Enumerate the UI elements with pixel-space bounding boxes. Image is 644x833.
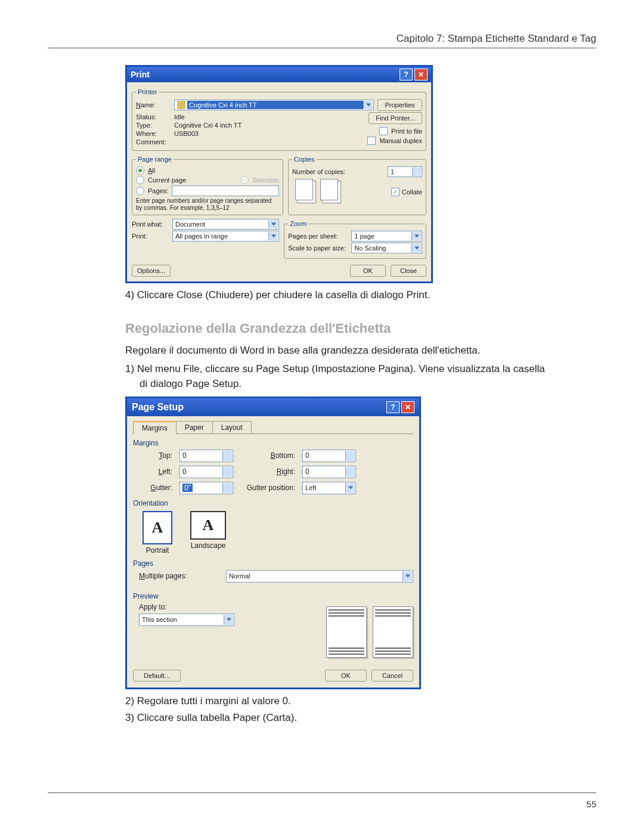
gutter-value: 0" <box>182 484 193 492</box>
preview-legend: Preview <box>133 592 413 600</box>
left-input[interactable]: 0 <box>179 466 233 478</box>
tabs: Margins Paper Layout <box>133 421 413 434</box>
multi-pages-label: Multiple pages: <box>139 572 222 580</box>
type-value: Cognitive Cxi 4 inch TT <box>174 122 242 129</box>
tab-paper[interactable]: Paper <box>176 421 213 433</box>
printer-group: Printer Name: Cognitive Cxi 4 inch TT Pr… <box>132 88 426 151</box>
top-input[interactable]: 0 <box>179 450 233 462</box>
print-titlebar[interactable]: Print ? ✕ <box>127 67 431 82</box>
scale-label: Scale to paper size: <box>288 244 348 252</box>
manual-duplex-label: Manual duplex <box>379 137 422 144</box>
step-3: 3) Cliccare sulla tabella Paper (Carta). <box>125 711 555 726</box>
chevron-down-icon <box>227 618 231 621</box>
current-label: Current page <box>148 176 186 184</box>
printer-name-combo[interactable]: Cognitive Cxi 4 inch TT <box>174 100 374 110</box>
all-label: All <box>148 167 155 174</box>
help-icon[interactable]: ? <box>386 401 400 413</box>
left-value: 0 <box>182 467 187 476</box>
properties-button[interactable]: Properties <box>377 99 422 111</box>
cancel-button[interactable]: Cancel <box>371 670 413 682</box>
pages-legend: Pages <box>133 559 413 568</box>
close-icon[interactable]: ✕ <box>401 401 414 413</box>
chevron-down-icon <box>414 247 419 250</box>
chevron-down-icon <box>366 104 371 107</box>
landscape-label: Landscape <box>191 541 226 550</box>
pages-radio[interactable] <box>136 187 144 195</box>
landscape-option[interactable]: A Landscape <box>190 511 226 555</box>
gutter-input[interactable]: 0" <box>179 482 233 494</box>
page-range-legend: Page range <box>136 156 174 163</box>
intro-paragraph: Regolare il documento di Word in base al… <box>125 343 555 358</box>
bottom-value: 0 <box>305 451 309 460</box>
chevron-down-icon <box>405 575 410 578</box>
page-setup-dialog: Page Setup ? ✕ Margins Paper Layout Marg… <box>125 397 421 689</box>
where-label: Where: <box>136 130 171 137</box>
page-setup-titlebar[interactable]: Page Setup ? ✕ <box>127 398 419 416</box>
apply-to-label: Apply to: <box>139 603 314 611</box>
zoom-legend: Zoom <box>288 220 308 227</box>
num-copies-input[interactable]: 1 <box>388 166 422 177</box>
manual-duplex-checkbox[interactable] <box>367 137 376 145</box>
options-button[interactable]: Options... <box>132 265 171 277</box>
tab-margins[interactable]: Margins <box>133 422 177 434</box>
help-icon[interactable]: ? <box>400 69 413 80</box>
multi-pages-combo[interactable]: Normal <box>226 570 413 583</box>
chapter-header: Capitolo 7: Stampa Etichette Standard e … <box>48 33 596 45</box>
comment-label: Comment: <box>136 138 171 145</box>
ok-button[interactable]: OK <box>325 670 367 682</box>
pages-input[interactable] <box>172 185 279 196</box>
page-number: 55 <box>48 799 596 809</box>
current-radio[interactable] <box>136 176 144 184</box>
page-setup-title: Page Setup <box>132 402 184 413</box>
name-label: Name: <box>136 101 171 109</box>
pps-label: Pages per sheet: <box>288 233 348 240</box>
bottom-input[interactable]: 0 <box>302 450 356 462</box>
status-label: Status: <box>136 113 171 120</box>
pages-label: Pages: <box>148 187 168 194</box>
tab-layout[interactable]: Layout <box>212 421 252 433</box>
pages-hint: Enter page numbers and/or page ranges se… <box>136 197 279 211</box>
top-label: Top: <box>139 451 175 460</box>
print-to-file-checkbox[interactable] <box>379 127 388 135</box>
close-button[interactable]: Close <box>391 265 426 277</box>
chevron-down-icon <box>271 235 276 238</box>
page-range-group: Page range All Current page Selection Pa… <box>132 156 283 215</box>
find-printer-button[interactable]: Find Printer... <box>369 112 422 124</box>
zoom-group: Zoom Pages per sheet: 1 page Scale to pa… <box>284 220 426 259</box>
gutter-pos-combo[interactable]: Left <box>302 482 356 494</box>
all-radio[interactable] <box>136 166 144 175</box>
print-to-file-label: Print to file <box>391 128 422 135</box>
chevron-down-icon <box>271 223 276 226</box>
step-2: 2) Regolare tutti i margini al valore 0. <box>125 694 555 709</box>
pps-combo[interactable]: 1 page <box>351 231 422 241</box>
left-label: Left: <box>139 467 175 476</box>
preview-icon <box>326 606 413 658</box>
apply-to-value: This section <box>142 616 177 623</box>
bottom-label: Bottom: <box>238 451 298 460</box>
print-combo[interactable]: All pages in range <box>172 231 279 241</box>
step-1: 1) Nel menu File, cliccare su Page Setup… <box>125 362 555 391</box>
margins-legend: Margins <box>133 439 413 447</box>
portrait-option[interactable]: A Portrait <box>143 511 172 555</box>
print-title: Print <box>131 70 150 79</box>
gutter-label: Gutter: <box>139 484 175 492</box>
ok-button[interactable]: OK <box>350 265 386 277</box>
orientation-legend: Orientation <box>133 499 413 507</box>
print-what-label: Print what: <box>132 221 169 228</box>
scale-combo[interactable]: No Scaling <box>351 243 422 253</box>
portrait-label: Portrait <box>146 546 169 555</box>
copies-legend: Copies <box>292 156 316 163</box>
gutter-pos-value: Left <box>305 484 316 491</box>
close-icon[interactable]: ✕ <box>414 69 428 80</box>
print-what-combo[interactable]: Document <box>172 219 279 230</box>
right-input[interactable]: 0 <box>302 466 356 478</box>
default-button[interactable]: Default... <box>133 670 181 682</box>
printer-icon <box>177 101 185 109</box>
apply-to-combo[interactable]: This section <box>139 614 234 626</box>
multi-pages-value: Normal <box>229 572 250 580</box>
scale-value: No Scaling <box>354 244 386 252</box>
status-value: Idle <box>174 113 185 120</box>
right-label: Right: <box>238 467 298 476</box>
collate-checkbox[interactable] <box>391 188 400 196</box>
right-value: 0 <box>305 467 309 476</box>
